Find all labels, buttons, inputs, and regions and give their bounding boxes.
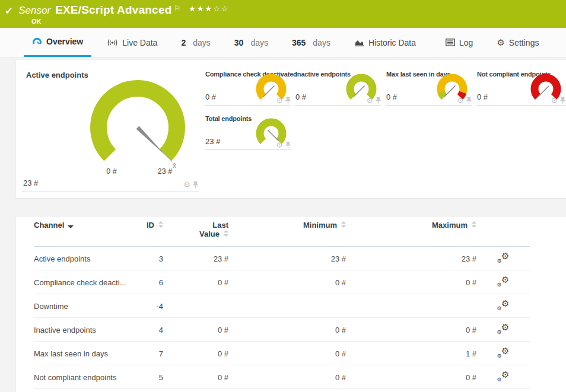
- gauge-arc-ok: [441, 93, 444, 97]
- channel-name: Downtime: [34, 294, 141, 318]
- gauges-panel: Active endpoints x̄ 0 # 23 # 23 # ⚙ Comp…: [16, 60, 566, 198]
- status-check-icon: ✓: [5, 5, 13, 17]
- column-header-id[interactable]: ID: [141, 217, 163, 247]
- gauge-arc: [535, 78, 557, 97]
- tab-30-days[interactable]: 30 days: [226, 28, 276, 57]
- table-row: Max last seen in days 7 0 # 0 # 1 # ⚙⚙: [34, 342, 530, 365]
- channel-minimum: [228, 294, 346, 318]
- sort-icon: [223, 230, 228, 237]
- table-row: Downtime -4 ⚙⚙: [34, 294, 530, 318]
- channel-settings-button[interactable]: ⚙⚙: [497, 371, 510, 382]
- gauge-needle: [444, 86, 456, 97]
- channel-minimum: 0 #: [228, 365, 346, 389]
- pin-icon[interactable]: [376, 97, 381, 104]
- column-header-minimum[interactable]: Minimum: [228, 217, 346, 247]
- channel-settings-button[interactable]: ⚙⚙: [497, 299, 510, 311]
- pin-icon[interactable]: [285, 97, 291, 104]
- tab-2-days[interactable]: 2 days: [173, 28, 218, 57]
- pin-icon[interactable]: [193, 181, 198, 188]
- gauge-needle: [268, 130, 279, 142]
- sensor-title: EXE/Script Advanced: [55, 4, 171, 17]
- gear-icon[interactable]: ⚙: [457, 97, 464, 104]
- gauge-card-total-endpoints: Total endpoints 23 # ⚙: [205, 110, 291, 150]
- channel-name: Max last seen in days: [34, 342, 141, 365]
- channel-name: Inactive endpoints: [34, 318, 141, 342]
- sensor-status-text: OK: [31, 18, 566, 25]
- tab-settings[interactable]: ⚙ Settings: [488, 28, 547, 57]
- channel-id: -4: [141, 294, 163, 318]
- sort-icon: [158, 221, 163, 228]
- priority-flag-icon[interactable]: ⚐: [174, 4, 180, 12]
- channel-id: 6: [141, 270, 163, 294]
- channel-last-value: 0 #: [163, 342, 228, 365]
- column-label: Last: [212, 221, 228, 230]
- gear-icon[interactable]: ⚙: [276, 142, 283, 148]
- channel-settings-button[interactable]: ⚙⚙: [497, 252, 510, 263]
- gear-icon: ⚙: [501, 251, 509, 262]
- pin-icon[interactable]: [285, 142, 291, 148]
- tab-live-data[interactable]: Live Data: [98, 28, 166, 57]
- pin-icon[interactable]: [466, 97, 472, 104]
- table-row: Compliance check deacti... 6 0 # 0 # 0 #…: [34, 270, 530, 294]
- gauge-value: 0 #: [477, 93, 488, 101]
- gear-icon: ⚙: [501, 346, 509, 356]
- gear-icon[interactable]: ⚙: [551, 97, 558, 104]
- channel-last-value: 0 #: [163, 270, 228, 294]
- gauge-title: Total endpoints: [205, 115, 252, 122]
- channel-settings-button[interactable]: ⚙⚙: [497, 276, 510, 287]
- channel-id: 7: [141, 342, 163, 365]
- column-label: ID: [147, 221, 154, 230]
- channel-last-value: [163, 294, 228, 318]
- gauge-scale-max: 23 #: [158, 167, 172, 176]
- column-label: Maximum: [432, 221, 468, 230]
- tab-365-days[interactable]: 365 days: [284, 28, 339, 57]
- channel-id: 5: [141, 365, 163, 389]
- channel-last-value: 23 #: [163, 389, 228, 392]
- channel-settings-button[interactable]: ⚙⚙: [497, 323, 510, 334]
- gauge-value: 0 #: [205, 93, 216, 101]
- tab-log[interactable]: Log: [437, 28, 481, 57]
- gauge-needle: [354, 86, 365, 97]
- gauge-needle: [136, 126, 166, 155]
- channel-name: Total endpoints: [34, 389, 141, 392]
- column-header-channel[interactable]: Channel: [34, 217, 141, 247]
- table-row: Inactive endpoints 4 0 # 0 # 0 # ⚙⚙: [34, 318, 530, 342]
- gauge-value: 0 #: [386, 93, 397, 101]
- channel-id: 2: [141, 389, 163, 392]
- gear-icon: ⚙: [501, 275, 509, 285]
- gear-icon[interactable]: ⚙: [183, 181, 190, 188]
- channel-settings-button[interactable]: ⚙⚙: [497, 347, 510, 358]
- tab-historic-data[interactable]: Historic Data: [346, 28, 424, 57]
- column-label: Value: [199, 230, 220, 238]
- tab-label: Live Data: [122, 38, 157, 47]
- gear-icon: ⚙: [501, 298, 509, 309]
- tab-label: days: [193, 38, 211, 47]
- table-row: Total endpoints 2 23 # 23 # 23 # ⚙⚙: [34, 389, 530, 392]
- gauge-icon: [32, 37, 42, 46]
- gear-icon[interactable]: ⚙: [276, 97, 283, 104]
- pin-icon[interactable]: [560, 97, 565, 104]
- gear-icon[interactable]: ⚙: [366, 97, 373, 104]
- gauge-card-compliance-check-deactivated: Compliance check deactivated 0 # ⚙: [205, 66, 291, 106]
- column-header-actions: [476, 217, 530, 247]
- mean-marker: x̄: [173, 162, 176, 169]
- gauge-arc: [350, 78, 373, 97]
- gauge-scale-min: 0 #: [106, 167, 116, 176]
- gauge-chart: x̄ 0 # 23 #: [78, 77, 197, 181]
- column-header-maximum[interactable]: Maximum: [346, 217, 476, 247]
- gauge-value: 23 #: [23, 179, 38, 187]
- tab-overview[interactable]: Overview: [24, 28, 91, 57]
- channel-minimum: 0 #: [228, 270, 346, 294]
- priority-stars[interactable]: ★★★☆☆: [189, 4, 229, 13]
- sort-icon: [341, 221, 346, 228]
- live-data-icon: [107, 39, 118, 47]
- gear-icon: ⚙: [497, 353, 502, 359]
- gauge-needle: [263, 86, 275, 97]
- channel-maximum: 1 #: [346, 342, 476, 365]
- gear-icon: ⚙: [497, 305, 502, 311]
- channel-maximum: 23 #: [346, 389, 476, 392]
- gauge-value: 23 #: [205, 137, 220, 146]
- gear-icon: ⚙: [497, 39, 504, 47]
- column-header-last-value[interactable]: Last Value: [163, 217, 228, 247]
- channel-maximum: 0 #: [346, 270, 476, 294]
